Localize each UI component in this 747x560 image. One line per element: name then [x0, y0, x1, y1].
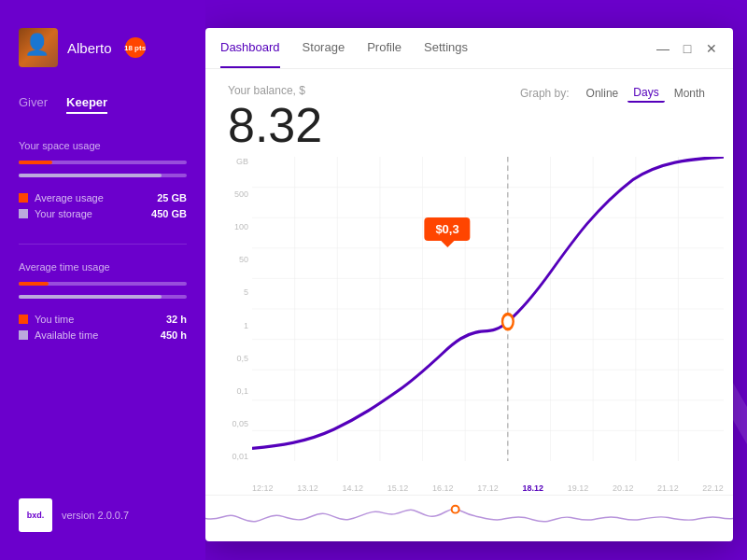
- space-bar-1-track: [19, 161, 187, 164]
- x-label-8: 20.12: [613, 483, 634, 493]
- x-label-active: 18.12: [522, 483, 543, 493]
- chart-tooltip: $0,3: [424, 217, 470, 241]
- graph-controls: Graph by: Online Days Month: [520, 84, 711, 103]
- y-label-gb: GB: [236, 157, 248, 166]
- tab-storage[interactable]: Storage: [303, 28, 345, 68]
- pts-value: 18 pts: [124, 44, 146, 52]
- x-label-2: 14.12: [342, 483, 363, 493]
- role-tab-keeper[interactable]: Keeper: [66, 95, 107, 114]
- y-label-01: 0,1: [236, 386, 248, 396]
- version-logo-text: bxd.: [27, 511, 45, 520]
- window-controls: — □ ✕: [656, 42, 718, 55]
- y-label-001: 0,01: [232, 452, 248, 461]
- x-axis: 12:12 13.12 14.12 15.12 16.12 17.12 18.1…: [252, 483, 724, 493]
- time-bar-1-track: [19, 282, 187, 286]
- x-label-10: 22.12: [702, 483, 724, 493]
- role-tabs: Giver Keeper: [19, 95, 187, 114]
- mini-chart: [205, 495, 733, 541]
- space-legend-1: Average usage 25 GB: [19, 192, 187, 203]
- chart-container: GB 500 100 50 5 1 0,5 0,1 0,05 0,01: [205, 157, 733, 495]
- svg-point-21: [452, 506, 459, 513]
- graph-filter-month[interactable]: Month: [669, 85, 711, 102]
- time-bar-1-fill: [19, 282, 49, 286]
- space-bar-1-fill: [19, 161, 52, 164]
- time-section-title: Average time usage: [19, 261, 187, 273]
- balance-value: 8.32: [228, 101, 322, 149]
- space-label-1: Average usage: [35, 192, 104, 203]
- x-label-3: 15.12: [388, 483, 409, 493]
- space-dot-2: [19, 209, 28, 218]
- pts-badge: 18 pts: [125, 37, 146, 58]
- x-label-9: 21.12: [657, 483, 679, 493]
- time-legend: You time 32 h Available time 450 h: [19, 314, 187, 341]
- version-text: version 2.0.0.7: [62, 510, 129, 521]
- sidebar: Alberto 18 pts Giver Keeper Your space u…: [0, 0, 205, 560]
- space-legend: Average usage 25 GB Your storage 450 GB: [19, 192, 187, 219]
- x-label-4: 16.12: [432, 483, 454, 493]
- y-label-1: 1: [244, 321, 248, 330]
- time-legend-1: You time 32 h: [19, 314, 187, 325]
- avatar-image: [19, 28, 58, 67]
- space-bar-container: [19, 161, 187, 187]
- tab-profile[interactable]: Profile: [367, 28, 402, 68]
- time-dot-2: [19, 330, 28, 340]
- x-label-5: 17.12: [477, 483, 499, 493]
- space-bar-2-track: [19, 174, 187, 177]
- space-legend-2: Your storage 450 GB: [19, 208, 187, 219]
- time-label-2: Available time: [35, 329, 98, 341]
- space-bar-2-fill: [19, 174, 162, 177]
- balance-section: Your balance, $ 8.32: [228, 84, 322, 149]
- tab-dashboard[interactable]: Dashboard: [220, 28, 280, 68]
- svg-point-20: [502, 314, 514, 329]
- window-titlebar: Dashboard Storage Profile Settings — □ ✕: [205, 28, 733, 69]
- time-value-2: 450 h: [161, 329, 187, 341]
- graph-filter-days[interactable]: Days: [627, 84, 664, 103]
- balance-label: Your balance, $: [228, 84, 322, 97]
- y-label-5: 5: [244, 287, 248, 297]
- close-button[interactable]: ✕: [705, 42, 718, 55]
- version-logo: bxd.: [19, 498, 52, 532]
- tooltip-value: $0,3: [435, 222, 458, 236]
- role-tab-giver[interactable]: Giver: [19, 95, 48, 114]
- x-label-7: 19.12: [568, 483, 589, 493]
- y-label-50: 50: [239, 255, 248, 264]
- user-info: Alberto 18 pts: [19, 28, 187, 67]
- y-axis: GB 500 100 50 5 1 0,5 0,1 0,05 0,01: [209, 157, 248, 461]
- time-bar-2-fill: [19, 295, 162, 299]
- y-label-100: 100: [234, 222, 248, 231]
- tab-settings[interactable]: Settings: [424, 28, 468, 68]
- nav-tabs: Dashboard Storage Profile Settings: [220, 28, 468, 68]
- time-bar-container: [19, 282, 187, 308]
- mini-chart-svg: [205, 496, 733, 541]
- maximize-button[interactable]: □: [681, 42, 694, 55]
- time-value-1: 32 h: [166, 314, 187, 325]
- y-label-500: 500: [234, 189, 248, 199]
- time-legend-2: Available time 450 h: [19, 329, 187, 341]
- time-label-1: You time: [35, 314, 74, 325]
- section-divider: [19, 244, 187, 245]
- tooltip-arrow: [441, 241, 454, 247]
- time-dot-1: [19, 315, 28, 324]
- user-name: Alberto: [67, 40, 112, 56]
- dashboard-header: Your balance, $ 8.32 Graph by: Online Da…: [205, 69, 733, 157]
- graph-by-label: Graph by:: [520, 87, 570, 100]
- main-window: Dashboard Storage Profile Settings — □ ✕…: [205, 28, 733, 541]
- avatar: [19, 28, 58, 67]
- y-label-05: 0,5: [236, 354, 248, 363]
- space-dot-1: [19, 193, 28, 203]
- graph-filter-online[interactable]: Online: [581, 85, 625, 102]
- time-bar-2-track: [19, 295, 187, 299]
- x-label-1: 13.12: [297, 483, 318, 493]
- main-chart-svg: [252, 157, 724, 461]
- minimize-button[interactable]: —: [656, 42, 669, 55]
- space-value-2: 450 GB: [151, 208, 187, 219]
- space-value-1: 25 GB: [157, 192, 187, 203]
- x-label-0: 12:12: [252, 483, 274, 493]
- y-label-005: 0,05: [232, 419, 248, 428]
- space-section-title: Your space usage: [19, 140, 187, 151]
- version-info: bxd. version 2.0.0.7: [19, 498, 187, 532]
- dashboard-content: Your balance, $ 8.32 Graph by: Online Da…: [205, 69, 733, 541]
- space-label-2: Your storage: [35, 208, 92, 219]
